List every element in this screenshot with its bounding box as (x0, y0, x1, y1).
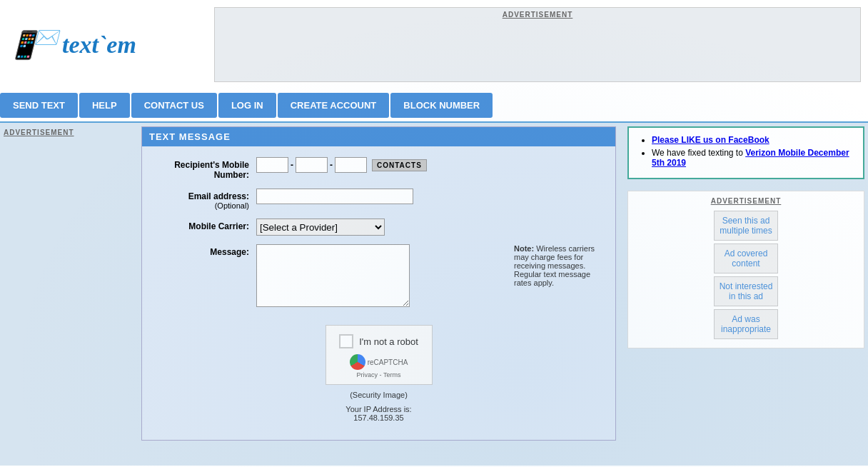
captcha-links[interactable]: Privacy - Terms (357, 371, 401, 378)
carrier-select[interactable]: [Select a Provider] AT&T T-Mobile Verizo… (256, 219, 385, 236)
ad-feedback-panel: ADVERTISEMENT Seen this ad multiple time… (627, 191, 864, 348)
message-note-row: Message: Note: Wireless carriers may cha… (149, 244, 608, 318)
nav-block-number[interactable]: BLOCK NUMBER (390, 93, 493, 118)
recipient-inputs: - - CONTACTS (256, 157, 608, 173)
note-section: Note: Wireless carriers may charge fees … (508, 244, 608, 318)
ad-btn-inappropriate[interactable]: Ad was inappropriate (714, 309, 778, 339)
left-ad-label: ADVERTISEMENT (4, 126, 136, 139)
message-section: Message: (149, 244, 508, 318)
facebook-link[interactable]: Please LIKE us on FaceBook (652, 135, 769, 145)
phone-area[interactable] (256, 157, 288, 173)
phone-sep-2: - (330, 160, 333, 170)
ad-btn-covered[interactable]: Ad covered content (714, 243, 778, 273)
ip-info: Your IP Address is: 157.48.159.35 (345, 405, 411, 422)
phone-sep-1: - (291, 160, 293, 170)
carrier-row: Mobile Carrier: [Select a Provider] AT&T… (149, 219, 608, 236)
recaptcha-icon (350, 354, 365, 370)
nav-send-text[interactable]: SEND TEXT (0, 93, 78, 118)
left-sidebar: ADVERTISEMENT (4, 126, 136, 462)
recipient-label: Recipient's Mobile Number: (149, 157, 256, 180)
email-label: Email address: (Optional) (149, 189, 256, 210)
logo-area: 📱 ✉️ text`em (0, 26, 207, 64)
info-box: Please LIKE us on FaceBook We have fixed… (627, 126, 864, 179)
note-prefix: Note: (514, 244, 534, 253)
email-control (256, 189, 608, 204)
captcha-brand: reCAPTCHA (368, 358, 408, 366)
captcha-checkbox[interactable] (339, 334, 353, 348)
email-input[interactable] (256, 189, 413, 204)
main-content: ADVERTISEMENT TEXT MESSAGE Recipient's M… (0, 123, 868, 466)
carrier-label: Mobile Carrier: (149, 219, 256, 231)
logo-text-label: text`em (62, 31, 136, 59)
ad-btn-seen[interactable]: Seen this ad multiple times (714, 211, 778, 241)
nav-log-in[interactable]: LOG IN (218, 93, 276, 118)
form-panel: TEXT MESSAGE Recipient's Mobile Number: … (141, 126, 616, 441)
info-list: Please LIKE us on FaceBook We have fixed… (639, 135, 853, 168)
phone-line[interactable] (335, 157, 367, 173)
captcha-box: I'm not a robot reCAPTCHA Privacy - Term… (326, 325, 433, 385)
captcha-label: I'm not a robot (359, 336, 418, 347)
message-textarea[interactable] (256, 244, 410, 307)
email-row: Email address: (Optional) (149, 189, 608, 210)
nav-help[interactable]: HELP (79, 93, 130, 118)
header-ad-banner: ADVERTISEMENT (214, 7, 861, 82)
verizon-text: We have fixed texting to (652, 148, 745, 158)
captcha-logo: reCAPTCHA (350, 354, 408, 370)
info-item-2: We have fixed texting to Verizon Mobile … (652, 148, 853, 168)
form-body: Recipient's Mobile Number: - - CONTACTS (142, 146, 615, 440)
message-control (256, 244, 508, 309)
captcha-area: I'm not a robot reCAPTCHA Privacy - Term… (149, 325, 608, 422)
recipient-row: Recipient's Mobile Number: - - CONTACTS (149, 157, 608, 180)
info-item-1: Please LIKE us on FaceBook (652, 135, 853, 145)
message-label: Message: (149, 244, 256, 257)
phone-prefix[interactable] (296, 157, 328, 173)
logo[interactable]: 📱 ✉️ text`em (7, 29, 200, 61)
ip-value: 157.48.159.35 (353, 413, 403, 422)
right-sidebar: Please LIKE us on FaceBook We have fixed… (622, 126, 864, 462)
ip-label: Your IP Address is: (345, 405, 411, 413)
message-row: Message: (149, 244, 508, 309)
nav-contact-us[interactable]: CONTACT US (131, 93, 217, 118)
contacts-button[interactable]: CONTACTS (372, 159, 427, 171)
carrier-control: [Select a Provider] AT&T T-Mobile Verizo… (256, 219, 608, 236)
envelope-icon: ✉️ (34, 26, 59, 49)
ad-feedback-title: ADVERTISEMENT (634, 197, 858, 205)
captcha-checkbox-row: I'm not a robot (339, 334, 418, 348)
center-panel: TEXT MESSAGE Recipient's Mobile Number: … (136, 126, 622, 462)
nav-create-account[interactable]: CREATE ACCOUNT (278, 93, 390, 118)
gap (627, 185, 864, 191)
security-image-label: (Security Image) (350, 391, 408, 399)
header-ad-label: ADVERTISEMENT (503, 11, 573, 19)
ad-btn-not-interested[interactable]: Not interested in this ad (714, 276, 778, 306)
form-header: TEXT MESSAGE (142, 127, 615, 146)
navigation: SEND TEXT HELP CONTACT US LOG IN CREATE … (0, 89, 868, 123)
